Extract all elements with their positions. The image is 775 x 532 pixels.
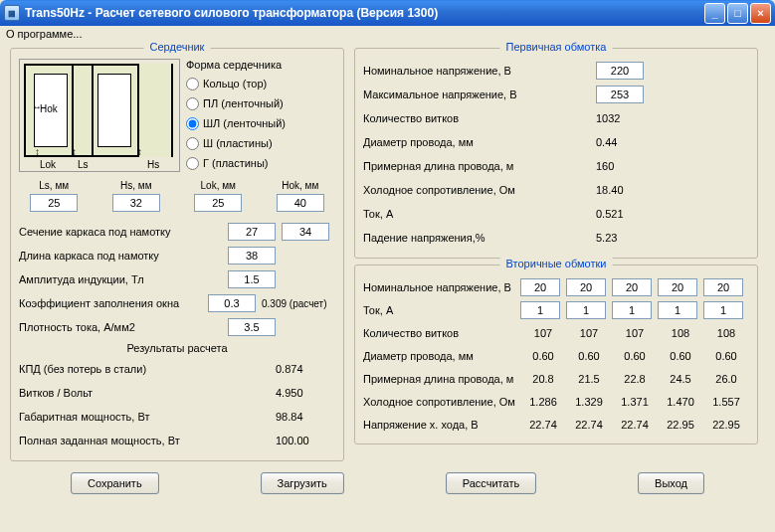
sec-wirelen-label: Примерная длина провода, м bbox=[363, 373, 520, 385]
sec-turns-2: 107 bbox=[612, 327, 658, 339]
prim-current-label: Ток, А bbox=[363, 208, 596, 220]
hs-label: Hs, мм bbox=[101, 180, 172, 191]
menu-about[interactable]: О программе... bbox=[6, 28, 82, 40]
results-heading: Результаты расчета bbox=[19, 342, 335, 354]
sec-nomv-input-0[interactable] bbox=[520, 278, 560, 296]
prim-vdrop-label: Падение напряжения,% bbox=[363, 232, 596, 244]
frame-length-input[interactable] bbox=[228, 247, 276, 265]
load-button[interactable]: Загрузить bbox=[261, 472, 344, 494]
hok-input[interactable] bbox=[277, 194, 324, 212]
fill-factor-calc: 0.309 (расчет) bbox=[262, 298, 335, 309]
frame-section-input2[interactable] bbox=[282, 223, 329, 241]
radio-sh[interactable]: Ш (пластины) bbox=[186, 134, 335, 152]
primary-legend: Первичная обмотка bbox=[500, 41, 613, 53]
button-row: Сохранить Загрузить Рассчитать Выход bbox=[10, 472, 765, 494]
lok-input[interactable] bbox=[194, 194, 242, 212]
hs-input[interactable] bbox=[112, 194, 160, 212]
sec-current-input-2[interactable] bbox=[612, 301, 652, 319]
sec-coldr-2: 1.371 bbox=[612, 396, 658, 408]
sec-nomv-label: Номинальное напряжение, В bbox=[363, 281, 520, 293]
sec-idlev-1: 22.74 bbox=[566, 419, 612, 431]
current-density-input[interactable] bbox=[228, 318, 276, 336]
sec-idlev-4: 22.95 bbox=[703, 419, 749, 431]
maximize-button[interactable]: □ bbox=[727, 3, 748, 24]
diagram-lok-label: Lok bbox=[40, 159, 56, 170]
sec-wirelen-2: 22.8 bbox=[612, 373, 658, 385]
core-shape-radios: Форма сердечника Кольцо (тор) ПЛ (ленточ… bbox=[186, 59, 335, 174]
sec-wired-4: 0.60 bbox=[703, 350, 749, 362]
secondary-legend: Вторичные обмотки bbox=[500, 258, 613, 269]
sec-current-input-4[interactable] bbox=[703, 301, 743, 319]
lok-label: Lok, мм bbox=[183, 180, 254, 191]
power-value: 98.84 bbox=[276, 411, 335, 423]
save-button[interactable]: Сохранить bbox=[71, 472, 159, 494]
sec-coldr-1: 1.329 bbox=[566, 396, 612, 408]
sec-coldr-label: Холодное сопротивление, Ом bbox=[363, 396, 520, 408]
sec-turns-4: 108 bbox=[703, 327, 749, 339]
kpd-label: КПД (без потерь в стали) bbox=[19, 363, 276, 375]
fill-factor-input[interactable] bbox=[208, 294, 256, 312]
radio-g[interactable]: Г (пластины) bbox=[186, 154, 335, 172]
sec-turns-label: Количество витков bbox=[363, 327, 520, 339]
menubar: О программе... bbox=[0, 26, 775, 44]
core-shape-title: Форма сердечника bbox=[186, 59, 335, 71]
sec-idlev-2: 22.74 bbox=[612, 419, 658, 431]
radio-pl[interactable]: ПЛ (ленточный) bbox=[186, 94, 335, 112]
induction-input[interactable] bbox=[228, 270, 276, 288]
prim-wirelen-label: Примерная длина провода, м bbox=[363, 160, 596, 172]
kpd-value: 0.874 bbox=[276, 363, 335, 375]
close-button[interactable]: × bbox=[750, 3, 771, 24]
sec-nomv-input-1[interactable] bbox=[566, 278, 606, 296]
sec-wired-3: 0.60 bbox=[658, 350, 703, 362]
sec-coldr-0: 1.286 bbox=[520, 396, 566, 408]
diagram-hs-label: Hs bbox=[147, 159, 159, 170]
secondary-group: Вторичные обмотки Номинальное напряжение… bbox=[354, 265, 758, 444]
frame-length-label: Длина каркаса под намотку bbox=[19, 250, 228, 262]
sec-current-input-1[interactable] bbox=[566, 301, 606, 319]
sec-wired-1: 0.60 bbox=[566, 350, 612, 362]
power-label: Габаритная мощность, Вт bbox=[19, 411, 276, 423]
calc-button[interactable]: Рассчитать bbox=[446, 472, 536, 494]
sec-wirelen-3: 24.5 bbox=[658, 373, 703, 385]
current-density-label: Плотность тока, А/мм2 bbox=[19, 321, 228, 333]
frame-section-input1[interactable] bbox=[228, 223, 276, 241]
turns-volt-value: 4.950 bbox=[276, 387, 335, 399]
sec-wired-label: Диаметр провода, мм bbox=[363, 350, 520, 362]
titlebar: ▦ Trans50Hz - Расчет сетевого силового т… bbox=[0, 0, 775, 26]
prim-wired-label: Диаметр провода, мм bbox=[363, 136, 596, 148]
sec-nomv-input-3[interactable] bbox=[658, 278, 697, 296]
prim-turns-label: Количество витков bbox=[363, 112, 596, 124]
exit-button[interactable]: Выход bbox=[638, 472, 704, 494]
sec-nomv-input-2[interactable] bbox=[612, 278, 652, 296]
sec-nomv-input-4[interactable] bbox=[703, 278, 743, 296]
radio-shl[interactable]: ШЛ (ленточный) bbox=[186, 114, 335, 132]
prim-maxv-input[interactable] bbox=[596, 86, 644, 103]
sec-coldr-3: 1.470 bbox=[658, 396, 703, 408]
sec-wired-0: 0.60 bbox=[520, 350, 566, 362]
sec-idlev-label: Напряжение х. хода, В bbox=[363, 419, 520, 431]
sec-idlev-3: 22.95 bbox=[658, 419, 703, 431]
prim-nomv-label: Номинальное напряжение, В bbox=[363, 65, 596, 77]
ls-input[interactable] bbox=[30, 194, 78, 212]
sec-current-input-0[interactable] bbox=[520, 301, 560, 319]
frame-section-label: Сечение каркаса под намотку bbox=[19, 226, 228, 238]
sec-turns-0: 107 bbox=[520, 327, 566, 339]
prim-nomv-input[interactable] bbox=[596, 62, 644, 80]
prim-coldr-value: 18.40 bbox=[596, 184, 749, 196]
prim-vdrop-value: 5.23 bbox=[596, 232, 749, 244]
ls-label: Ls, мм bbox=[19, 180, 90, 191]
prim-turns-value: 1032 bbox=[596, 112, 749, 124]
core-legend: Сердечник bbox=[144, 41, 211, 53]
sec-wired-2: 0.60 bbox=[612, 350, 658, 362]
minimize-button[interactable]: _ bbox=[704, 3, 725, 24]
induction-label: Амплитуда индукции, Тл bbox=[19, 273, 228, 285]
prim-current-value: 0.521 bbox=[596, 208, 749, 220]
sec-current-label: Ток, А bbox=[363, 304, 520, 316]
core-diagram: Hok Lok Ls Hs ↔ ↕ ↕ ↕ bbox=[19, 59, 180, 172]
sec-wirelen-1: 21.5 bbox=[566, 373, 612, 385]
sec-idlev-0: 22.74 bbox=[520, 419, 566, 431]
radio-ring[interactable]: Кольцо (тор) bbox=[186, 75, 335, 92]
turns-volt-label: Витков / Вольт bbox=[19, 387, 276, 399]
sec-current-input-3[interactable] bbox=[658, 301, 697, 319]
full-power-label: Полная заданная мощность, Вт bbox=[19, 435, 276, 446]
